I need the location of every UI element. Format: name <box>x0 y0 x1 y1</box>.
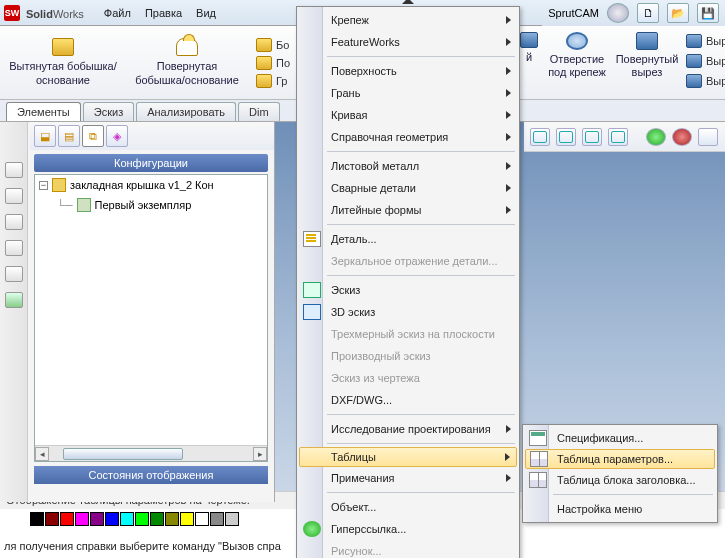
tree-hscrollbar[interactable]: ◂ ▸ <box>35 445 267 461</box>
boundary-cut-icon <box>686 74 702 88</box>
display-style-button[interactable] <box>556 128 576 146</box>
mi-featureworks[interactable]: FeatureWorks <box>299 31 517 53</box>
section-view-button[interactable] <box>582 128 602 146</box>
app-name: SolidWorks <box>26 4 84 21</box>
color-swatch[interactable] <box>210 512 224 526</box>
view-settings-button[interactable] <box>608 128 628 146</box>
color-swatch[interactable] <box>195 512 209 526</box>
mi-part[interactable]: Деталь... <box>299 228 517 250</box>
tab-features[interactable]: Элементы <box>6 102 81 121</box>
boundary-cut-button[interactable]: Вырез г <box>686 74 725 88</box>
color-swatch[interactable] <box>45 512 59 526</box>
scroll-thumb[interactable] <box>63 448 183 460</box>
sprutcam-label[interactable]: SprutCAM <box>548 7 599 19</box>
extrude-boss-button[interactable]: Вытянутая бобышка/основание <box>8 38 118 86</box>
left-icon-strip <box>0 122 28 502</box>
color-swatch[interactable] <box>135 512 149 526</box>
color-swatch[interactable] <box>165 512 179 526</box>
fm-tab-tree[interactable]: ⬓ <box>34 125 56 147</box>
color-swatch[interactable] <box>30 512 44 526</box>
strip-icon-4[interactable] <box>5 240 23 256</box>
revolved-cut-button[interactable]: Повернутый вырез <box>616 32 678 79</box>
collapse-icon[interactable]: − <box>39 181 48 190</box>
mi-refgeom[interactable]: Справочная геометрия <box>299 126 517 148</box>
color-swatch[interactable] <box>150 512 164 526</box>
open-doc-button[interactable]: 📂 <box>667 3 689 23</box>
revolve-boss-button[interactable]: Повернутая бобышка/основание <box>132 38 242 86</box>
tab-dimxpert[interactable]: Dim <box>238 102 280 121</box>
loft-cut-button[interactable]: Вырез п <box>686 54 725 68</box>
strip-icon-6[interactable] <box>5 292 23 308</box>
mi-annotations[interactable]: Примечания <box>299 467 517 489</box>
extrude-icon <box>52 38 74 56</box>
mi-specification[interactable]: Спецификация... <box>525 427 715 449</box>
mi-surface[interactable]: Поверхность <box>299 60 517 82</box>
color-swatch[interactable] <box>90 512 104 526</box>
scroll-left-icon[interactable]: ◂ <box>35 447 49 461</box>
mi-weldments[interactable]: Сварные детали <box>299 177 517 199</box>
titleblock-icon <box>529 472 547 488</box>
strip-icon-3[interactable] <box>5 214 23 230</box>
color-swatch[interactable] <box>60 512 74 526</box>
mi-fasteners[interactable]: Крепеж <box>299 9 517 31</box>
strip-icon-5[interactable] <box>5 266 23 282</box>
mi-titleblock-table[interactable]: Таблица блока заголовка... <box>525 469 715 491</box>
menu-edit[interactable]: Правка <box>145 7 182 19</box>
color-swatch[interactable] <box>105 512 119 526</box>
render-button[interactable] <box>698 128 718 146</box>
color-swatch[interactable] <box>75 512 89 526</box>
menu-scroll-up-icon[interactable] <box>402 0 414 4</box>
strip-icon-1[interactable] <box>5 162 23 178</box>
swept-cut-button[interactable]: Вырез п <box>686 34 725 48</box>
color-swatch[interactable] <box>120 512 134 526</box>
swept-cut-icon <box>686 34 702 48</box>
scroll-right-icon[interactable]: ▸ <box>253 447 267 461</box>
boundary-boss-button[interactable]: Гр <box>256 74 290 88</box>
config-tree[interactable]: − закладная крышка v1_2 Кон └─ Первый эк… <box>34 174 268 462</box>
cut-short-button[interactable]: й <box>520 32 538 63</box>
mi-mold[interactable]: Литейные формы <box>299 199 517 221</box>
color-swatch[interactable] <box>225 512 239 526</box>
menu-file[interactable]: Файл <box>104 7 131 19</box>
mi-hyperlink[interactable]: Гиперссылка... <box>299 518 517 540</box>
mi-sketch-from-dwg: Эскиз из чертежа <box>299 367 517 389</box>
property-icon: ▤ <box>64 130 74 143</box>
hint-text: ля получения справки выберите команду "В… <box>4 540 281 552</box>
tree-child-row[interactable]: └─ Первый экземпляр <box>35 195 267 215</box>
sweep-boss-button[interactable]: Бо <box>256 38 290 52</box>
tree-icon: ⬓ <box>40 130 50 143</box>
loft-boss-button[interactable]: По <box>256 56 290 70</box>
menu-view[interactable]: Вид <box>196 7 216 19</box>
mi-dxf[interactable]: DXF/DWG... <box>299 389 517 411</box>
tree-root-row[interactable]: − закладная крышка v1_2 Кон <box>35 175 267 195</box>
save-doc-button[interactable]: 💾 <box>697 3 719 23</box>
sprutcam-icon[interactable] <box>607 3 629 23</box>
mi-submenu-customize[interactable]: Настройка меню <box>525 498 715 520</box>
appearance-button[interactable] <box>646 128 666 146</box>
revolve-icon <box>176 38 198 56</box>
mi-curve[interactable]: Кривая <box>299 104 517 126</box>
strip-icon-2[interactable] <box>5 188 23 204</box>
mi-sketch[interactable]: Эскиз <box>299 279 517 301</box>
fm-tab-config[interactable]: ⧉ <box>82 125 104 147</box>
mi-design-table[interactable]: Таблица параметров... <box>525 449 715 469</box>
view-orient-button[interactable] <box>530 128 550 146</box>
mi-3dsketch[interactable]: 3D эскиз <box>299 301 517 323</box>
tab-evaluate[interactable]: Анализировать <box>136 102 236 121</box>
color-swatch[interactable] <box>180 512 194 526</box>
mi-sheetmetal[interactable]: Листовой металл <box>299 155 517 177</box>
app-logo-icon: SW <box>4 5 20 21</box>
sketch3d-icon <box>303 304 321 320</box>
bom-icon <box>529 430 547 446</box>
tab-sketch[interactable]: Эскиз <box>83 102 134 121</box>
hole-wizard-button[interactable]: Отверстие под крепеж <box>546 32 608 79</box>
mi-face[interactable]: Грань <box>299 82 517 104</box>
fm-tab-property[interactable]: ▤ <box>58 125 80 147</box>
mi-tables[interactable]: Таблицы <box>299 447 517 467</box>
new-doc-button[interactable]: 🗋 <box>637 3 659 23</box>
feature-manager-panel: ⬓ ▤ ⧉ ◈ Конфигурации − закладная крышка … <box>0 122 275 502</box>
mi-design-study[interactable]: Исследование проектирования <box>299 418 517 440</box>
mi-object[interactable]: Объект... <box>299 496 517 518</box>
fm-tab-dim[interactable]: ◈ <box>106 125 128 147</box>
scene-button[interactable] <box>672 128 692 146</box>
